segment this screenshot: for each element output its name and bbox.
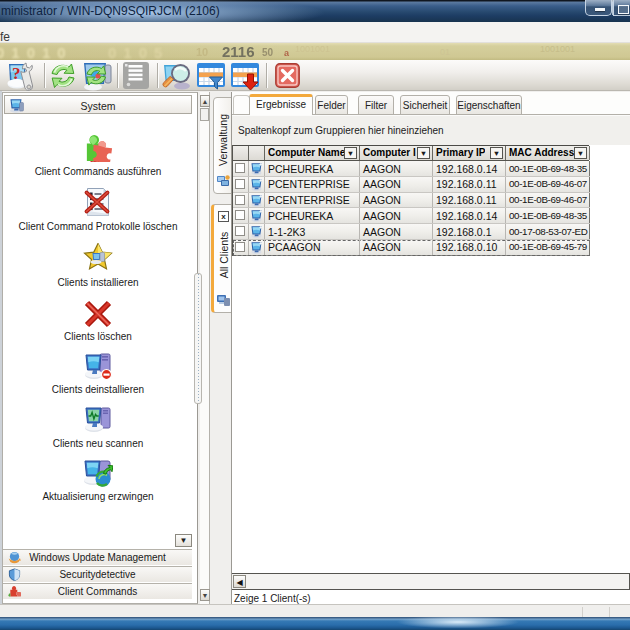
svg-text:?: ? — [12, 64, 21, 83]
